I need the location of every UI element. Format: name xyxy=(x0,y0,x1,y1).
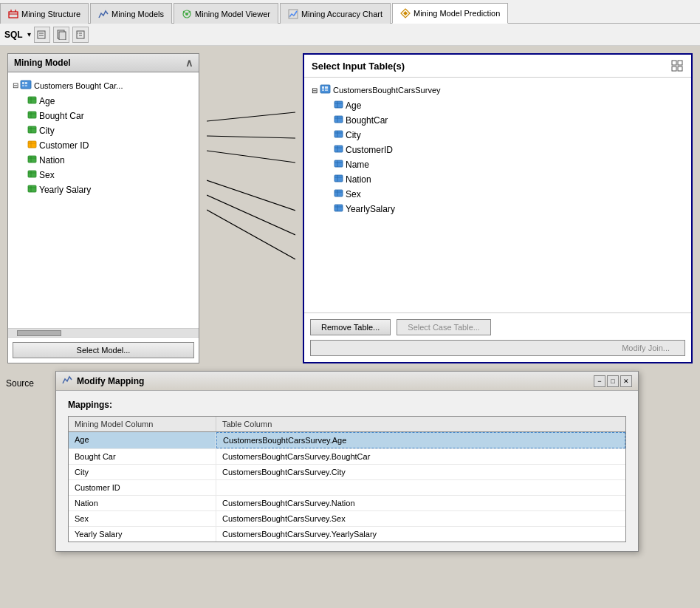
mapping-cell-yearly-salary-table: CustomersBoughtCarsSurvey.YearlySalary xyxy=(216,527,625,542)
table-expand-icon[interactable]: ⊟ xyxy=(312,86,318,95)
mapping-cell-age-table[interactable]: CustomersBoughtCarsSurvey.Age xyxy=(216,432,625,448)
svg-rect-81 xyxy=(334,190,343,197)
svg-rect-17 xyxy=(59,32,66,40)
col-header-table: Table Column xyxy=(216,417,625,431)
mining-model-prediction-icon xyxy=(400,8,411,18)
scrollbar-thumb[interactable] xyxy=(17,330,61,336)
grid-icon xyxy=(670,59,684,72)
mapping-row-city[interactable]: City CustomersBoughtCarsSurvey.City xyxy=(69,465,625,480)
dialog-close-button[interactable]: ✕ xyxy=(620,375,632,387)
tab-mining-models[interactable]: Mining Models xyxy=(90,3,172,24)
tree-item-yearly-salary-label: Yearly Salary xyxy=(39,185,91,195)
svg-rect-42 xyxy=(28,171,36,177)
mapping-row-sex[interactable]: Sex CustomersBoughtCarsSurvey.Sex xyxy=(69,511,625,527)
tree-item-nation[interactable]: Nation xyxy=(27,153,194,168)
tab-mining-accuracy-chart[interactable]: Mining Accuracy Chart xyxy=(280,3,391,24)
table-columns: Age BoughtCar City xyxy=(331,98,687,216)
col-icon-age xyxy=(334,100,343,112)
dialog-titlebar: Modify Mapping − □ ✕ xyxy=(56,372,638,391)
svg-rect-54 xyxy=(672,61,676,65)
tree-item-bought-car[interactable]: Bought Car xyxy=(27,109,194,123)
dialog-title: Modify Mapping xyxy=(62,375,144,387)
tree-item-age-label: Age xyxy=(39,96,55,106)
tab-mining-model-prediction[interactable]: Mining Model Prediction xyxy=(392,3,508,24)
col-item-boughtcar[interactable]: BoughtCar xyxy=(331,113,687,128)
tree-children: Age Bought Car City xyxy=(27,94,194,197)
col-item-age[interactable]: Age xyxy=(331,98,687,113)
col-item-nation[interactable]: Nation xyxy=(331,172,687,187)
mapping-cell-bought-car-table: CustomersBoughtCarsSurvey.BoughtCar xyxy=(216,449,625,464)
col-icon-yearlysalary xyxy=(334,203,343,215)
tree-item-sex[interactable]: Sex xyxy=(27,168,194,182)
connector-area xyxy=(207,53,295,363)
col-item-yearlysalary[interactable]: YearlySalary xyxy=(331,202,687,216)
col-label-customerid: CustomerID xyxy=(346,145,393,155)
svg-line-48 xyxy=(207,112,295,121)
field-icon-age xyxy=(27,95,37,107)
col-item-sex[interactable]: Sex xyxy=(331,187,687,202)
toolbar-btn-3[interactable] xyxy=(72,27,89,43)
col-header-model: Mining Model Column xyxy=(69,417,216,431)
horizontal-scrollbar[interactable] xyxy=(8,328,199,337)
dialog-body: Mappings: Mining Model Column Table Colu… xyxy=(56,391,638,551)
modify-join-button[interactable]: Modify Join... xyxy=(310,340,685,356)
tree-item-yearly-salary[interactable]: Yearly Salary xyxy=(27,182,194,197)
mapping-row-customer-id[interactable]: Customer ID xyxy=(69,480,625,496)
svg-rect-58 xyxy=(320,85,330,93)
tab-mining-structure-label: Mining Structure xyxy=(21,10,80,18)
tree-item-customer-id[interactable]: Customer ID xyxy=(27,138,194,153)
svg-line-50 xyxy=(207,151,295,163)
select-model-button[interactable]: Select Model... xyxy=(13,342,194,358)
svg-rect-30 xyxy=(28,112,36,118)
toolbar-btn-1[interactable] xyxy=(34,27,50,43)
footer-row-2: Modify Join... xyxy=(310,340,685,356)
dialog-minimize-button[interactable]: − xyxy=(594,375,605,387)
toolbar-btn-2[interactable] xyxy=(53,27,69,43)
svg-rect-24 xyxy=(25,82,27,84)
svg-line-52 xyxy=(207,195,295,235)
mapping-cell-city-table: CustomersBoughtCarsSurvey.City xyxy=(216,465,625,479)
tree-item-age[interactable]: Age xyxy=(27,94,194,109)
col-label-sex: Sex xyxy=(346,189,361,199)
mapping-row-nation[interactable]: Nation CustomersBoughtCarsSurvey.Nation xyxy=(69,496,625,511)
mapping-cell-customer-id-table xyxy=(216,480,625,495)
tree-root-label[interactable]: Customers Bought Car... xyxy=(34,81,123,90)
mining-model-panel-body: ⊟ Customers Bought Car... Age xyxy=(8,72,199,328)
mapping-cell-nation-table: CustomersBoughtCarsSurvey.Nation xyxy=(216,496,625,510)
svg-rect-75 xyxy=(334,160,343,167)
mapping-cell-customer-id-model: Customer ID xyxy=(69,480,216,495)
footer-row-1: Remove Table... Select Case Table... xyxy=(310,319,685,335)
modify-mapping-dialog: Modify Mapping − □ ✕ Mappings: Mining Mo… xyxy=(55,371,639,552)
tree-root-icon xyxy=(20,78,32,92)
table-root-row[interactable]: ⊟ CustomersBoughtCarsSurvey xyxy=(309,82,687,98)
mining-models-icon xyxy=(98,9,109,19)
svg-rect-84 xyxy=(334,205,343,211)
mining-model-panel-header: Mining Model ∧ xyxy=(8,54,199,72)
select-input-header: Select Input Table(s) xyxy=(304,55,691,78)
svg-rect-45 xyxy=(28,185,36,192)
col-label-name: Name xyxy=(346,160,369,170)
col-icon-nation xyxy=(334,174,343,185)
col-item-name[interactable]: Name xyxy=(331,157,687,172)
panel-collapse-btn[interactable]: ∧ xyxy=(185,57,193,69)
svg-rect-66 xyxy=(334,116,343,123)
tree-expand-icon[interactable]: ⊟ xyxy=(13,81,18,89)
select-case-table-button[interactable]: Select Case Table... xyxy=(397,319,491,335)
dialog-maximize-button[interactable]: □ xyxy=(607,375,619,387)
tree-item-city[interactable]: City xyxy=(27,123,194,138)
mapping-row-bought-car[interactable]: Bought Car CustomersBoughtCarsSurvey.Bou… xyxy=(69,449,625,465)
remove-table-button[interactable]: Remove Table... xyxy=(310,319,391,335)
col-item-city[interactable]: City xyxy=(331,128,687,143)
connector-lines-svg xyxy=(207,68,295,349)
mapping-row-age[interactable]: Age CustomersBoughtCarsSurvey.Age xyxy=(69,432,625,449)
select-input-title: Select Input Table(s) xyxy=(312,61,405,72)
tab-mining-structure[interactable]: Mining Structure xyxy=(0,3,89,24)
col-item-customerid[interactable]: CustomerID xyxy=(331,143,687,157)
sql-label: SQL xyxy=(4,30,23,40)
field-icon-nation xyxy=(27,154,37,166)
tab-mining-models-label: Mining Models xyxy=(111,10,164,18)
toolbar: SQL ▾ xyxy=(0,24,700,46)
sql-dropdown-arrow[interactable]: ▾ xyxy=(27,30,31,38)
tab-mining-model-viewer[interactable]: Mining Model Viewer xyxy=(174,3,278,24)
mapping-row-yearly-salary[interactable]: Yearly Salary CustomersBoughtCarsSurvey.… xyxy=(69,527,625,542)
